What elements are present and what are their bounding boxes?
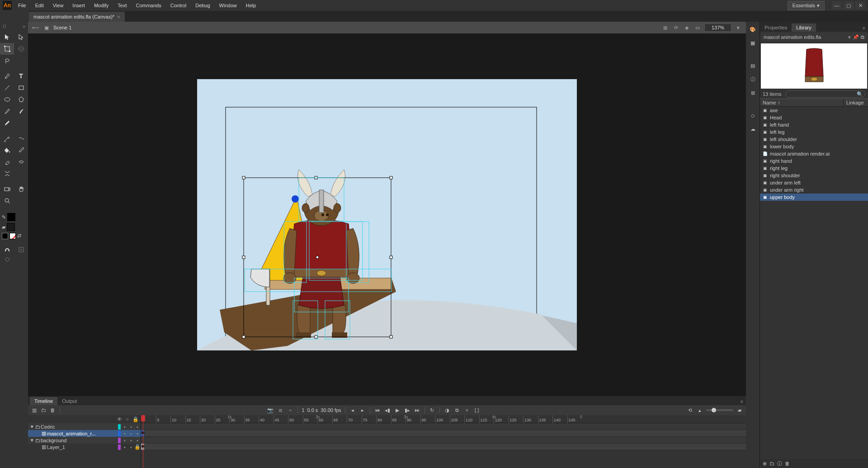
- lock-header-icon[interactable]: 🔒: [132, 416, 139, 422]
- document-tab[interactable]: mascot animation edits.fla (Canvas)* ×: [29, 12, 125, 22]
- library-item[interactable]: ▣left hand: [760, 121, 868, 128]
- pin-library-icon[interactable]: 📌: [853, 34, 859, 40]
- menu-view[interactable]: View: [48, 1, 68, 10]
- layer-depth-icon[interactable]: ⧈: [277, 407, 284, 414]
- rectangle-tool[interactable]: [14, 82, 28, 94]
- zoom-tool[interactable]: [0, 195, 14, 207]
- no-color-button[interactable]: [9, 233, 16, 239]
- menu-edit[interactable]: Edit: [31, 1, 48, 10]
- back-scene-icon[interactable]: ⟵: [32, 24, 40, 32]
- stage-zoom-fit-icon[interactable]: ▭: [693, 24, 702, 32]
- stage[interactable]: [28, 33, 746, 396]
- delete-layer-icon[interactable]: 🗑: [49, 407, 56, 414]
- fit-frames-icon[interactable]: ▰: [736, 407, 743, 414]
- library-item[interactable]: ▣lower body: [760, 143, 868, 150]
- tool-option-right[interactable]: [14, 245, 28, 255]
- frame-view-icon[interactable]: ⎓: [287, 407, 294, 414]
- swatches-panel-icon[interactable]: ▦: [748, 38, 758, 48]
- scroll-to-playhead-icon[interactable]: ▴: [696, 407, 703, 414]
- playhead[interactable]: [141, 415, 145, 421]
- loop-icon[interactable]: ↻: [429, 407, 436, 414]
- tab-timeline[interactable]: Timeline: [30, 397, 57, 405]
- color-panel-icon[interactable]: 🎨: [748, 24, 758, 34]
- marker-icon[interactable]: ▿: [463, 407, 471, 414]
- lib-new-folder-icon[interactable]: 🗀: [769, 461, 774, 466]
- new-layer-icon[interactable]: ▥: [31, 407, 38, 414]
- step-forward-icon[interactable]: ▮▸: [404, 407, 411, 414]
- lib-new-symbol-icon[interactable]: ⊕: [763, 461, 767, 467]
- library-search[interactable]: 🔍: [785, 90, 865, 98]
- eyedropper-tool[interactable]: [14, 144, 28, 156]
- library-item[interactable]: ▣left shoulder: [760, 136, 868, 143]
- asset-warp-tool[interactable]: [0, 168, 14, 180]
- lib-properties-icon[interactable]: ⓘ: [777, 460, 782, 467]
- bracket-icon[interactable]: [ ]: [473, 407, 481, 414]
- menu-commands[interactable]: Commands: [131, 1, 165, 10]
- stage-rotate-icon[interactable]: ⟳: [672, 24, 680, 32]
- maximize-button[interactable]: ▢: [844, 1, 854, 9]
- lib-delete-icon[interactable]: 🗑: [785, 461, 790, 466]
- outline-header-icon[interactable]: ○: [126, 416, 129, 422]
- timeline-menu-icon[interactable]: ≡: [738, 398, 746, 405]
- library-item[interactable]: ▣right shoulder: [760, 172, 868, 179]
- layer-row[interactable]: ▥mascot_animation_r...•••: [28, 430, 141, 437]
- scene-crumb[interactable]: Scene 1: [53, 25, 71, 30]
- close-button[interactable]: ✕: [855, 1, 865, 9]
- close-tab-icon[interactable]: ×: [117, 14, 120, 19]
- lasso-tool[interactable]: [0, 55, 14, 66]
- subselection-tool[interactable]: [14, 31, 28, 43]
- align-panel-icon[interactable]: ▤: [748, 61, 758, 71]
- play-icon[interactable]: ▶: [394, 407, 401, 414]
- step-back-icon[interactable]: ◂▮: [384, 407, 391, 414]
- menu-window[interactable]: Window: [215, 1, 241, 10]
- toolbar-drag-icon[interactable]: ⁞⁞: [3, 24, 6, 29]
- menu-insert[interactable]: Insert: [68, 1, 90, 10]
- workspace-switcher[interactable]: Essentials ▾: [788, 1, 825, 10]
- library-col-name[interactable]: Name ↑: [760, 99, 843, 106]
- frame-track[interactable]: [141, 423, 746, 430]
- hand-tool[interactable]: [14, 183, 28, 195]
- info-panel-icon[interactable]: ⓘ: [748, 74, 758, 84]
- step-back-one-icon[interactable]: ◂: [349, 407, 356, 414]
- library-item[interactable]: ▣upper body: [760, 194, 868, 201]
- camera-tool[interactable]: [0, 183, 14, 195]
- new-library-panel-icon[interactable]: ⧉: [861, 34, 864, 40]
- panel-menu-icon[interactable]: ≡: [860, 24, 868, 32]
- frame-ruler[interactable]: 5101520253035404550556065707580859095100…: [141, 415, 746, 423]
- 3d-rotation-tool[interactable]: [14, 43, 28, 55]
- zoom-dropdown-icon[interactable]: ▾: [734, 24, 742, 32]
- library-item[interactable]: ▣right hand: [760, 157, 868, 165]
- visibility-header-icon[interactable]: 👁: [117, 416, 122, 422]
- go-last-icon[interactable]: ⏭: [414, 407, 421, 414]
- cc-libraries-panel-icon[interactable]: ☁: [748, 124, 758, 134]
- library-item[interactable]: ▣under arm right: [760, 186, 868, 194]
- width-tool[interactable]: [14, 156, 28, 168]
- stroke-color-swatch[interactable]: [7, 213, 15, 221]
- tab-properties[interactable]: Properties: [760, 24, 792, 32]
- library-item[interactable]: 📄mascot animation render.ai: [760, 150, 868, 157]
- tool-option-bottom[interactable]: [0, 255, 14, 265]
- oval-tool[interactable]: [0, 94, 14, 105]
- menu-control[interactable]: Control: [166, 1, 191, 10]
- stage-clip-icon[interactable]: ◈: [683, 24, 691, 32]
- paint-bucket-tool[interactable]: [0, 144, 14, 156]
- zoom-timeline-slider[interactable]: [706, 409, 733, 411]
- menu-text[interactable]: Text: [113, 1, 131, 10]
- layer-folder[interactable]: ▾🗀Cedric•••: [28, 423, 141, 430]
- default-colors-button[interactable]: [2, 233, 8, 239]
- pencil-tool[interactable]: [0, 105, 14, 117]
- layer-folder[interactable]: ▾🗀background•••: [28, 437, 141, 444]
- library-item[interactable]: ▣axe: [760, 107, 868, 114]
- library-document-name[interactable]: mascot animation edits.fla: [764, 34, 821, 40]
- pen-tool[interactable]: [0, 70, 14, 82]
- library-item[interactable]: ▣under arm left: [760, 179, 868, 186]
- stage-center-icon[interactable]: ⊞: [661, 24, 669, 32]
- span-based-icon[interactable]: ⟲: [686, 407, 693, 414]
- edit-multiple-frames-icon[interactable]: ⧉: [453, 407, 461, 414]
- minimize-button[interactable]: —: [832, 1, 842, 9]
- frame-track[interactable]: [141, 437, 746, 444]
- layer-row[interactable]: ▥Layer_1••🔒: [28, 444, 141, 450]
- paint-brush-tool[interactable]: [0, 117, 14, 129]
- brush-tool[interactable]: [14, 105, 28, 117]
- library-col-linkage[interactable]: Linkage: [843, 99, 868, 106]
